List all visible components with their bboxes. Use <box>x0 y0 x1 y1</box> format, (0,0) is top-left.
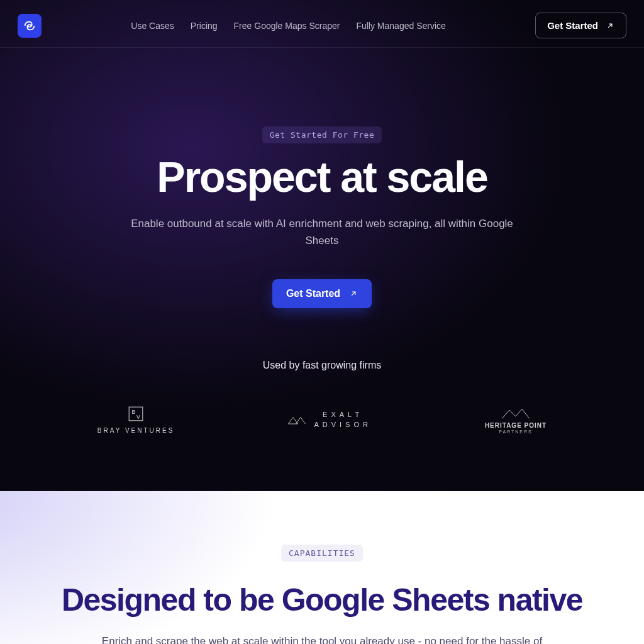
nav-cta-label: Get Started <box>547 20 598 31</box>
bray-mark-icon: B V <box>128 406 144 422</box>
client-logo-heritage: HERITAGE POINT PARTNERS <box>485 406 547 434</box>
client-logo-label: BRAY VENTURES <box>97 427 175 434</box>
arrow-upright-icon <box>349 289 358 298</box>
top-nav: Use Cases Pricing Free Google Maps Scrap… <box>0 0 644 48</box>
client-logo-label: EXALT <box>314 410 372 419</box>
arrow-upright-icon <box>606 21 614 30</box>
hero-cta-label: Get Started <box>286 288 340 299</box>
nav-link-managed[interactable]: Fully Managed Service <box>356 21 445 31</box>
client-logo-exalt: EXALT ADVISOR <box>287 410 372 430</box>
client-logo-bray: B V BRAY VENTURES <box>97 406 175 434</box>
client-logo-label: ADVISOR <box>314 420 372 430</box>
client-logos-row: B V BRAY VENTURES EXALT ADVISOR <box>77 406 567 434</box>
client-logo-sublabel: PARTNERS <box>499 430 532 434</box>
brand-logo[interactable] <box>18 14 42 38</box>
nav-links: Use Cases Pricing Free Google Maps Scrap… <box>131 21 446 31</box>
nav-cta-button[interactable]: Get Started <box>535 13 626 38</box>
capabilities-subtitle: Enrich and scrape the web at scale withi… <box>96 633 548 644</box>
capabilities-title: Designed to be Google Sheets native <box>38 582 606 618</box>
hero-section: Use Cases Pricing Free Google Maps Scrap… <box>0 0 644 491</box>
swirl-icon <box>23 19 36 33</box>
svg-rect-0 <box>129 408 143 421</box>
svg-text:B: B <box>132 409 136 415</box>
hero-cta-button[interactable]: Get Started <box>272 279 372 308</box>
hero-title: Prospect at scale <box>77 152 567 201</box>
exalt-mark-icon <box>287 413 306 428</box>
social-proof-heading: Used by fast growing firms <box>77 360 567 371</box>
capabilities-section: CAPABILITIES Designed to be Google Sheet… <box>0 491 644 644</box>
nav-link-use-cases[interactable]: Use Cases <box>131 21 174 31</box>
capabilities-badge: CAPABILITIES <box>281 545 363 562</box>
nav-link-maps[interactable]: Free Google Maps Scraper <box>234 21 340 31</box>
hero-content: Get Started For Free Prospect at scale E… <box>77 48 567 434</box>
svg-text:V: V <box>136 414 140 420</box>
hero-subtitle: Enable outbound at scale with AI enrichm… <box>121 215 523 249</box>
hero-badge: Get Started For Free <box>262 126 382 143</box>
client-logo-label: HERITAGE POINT <box>485 422 547 429</box>
heritage-mark-icon <box>500 406 531 421</box>
nav-link-pricing[interactable]: Pricing <box>191 21 218 31</box>
